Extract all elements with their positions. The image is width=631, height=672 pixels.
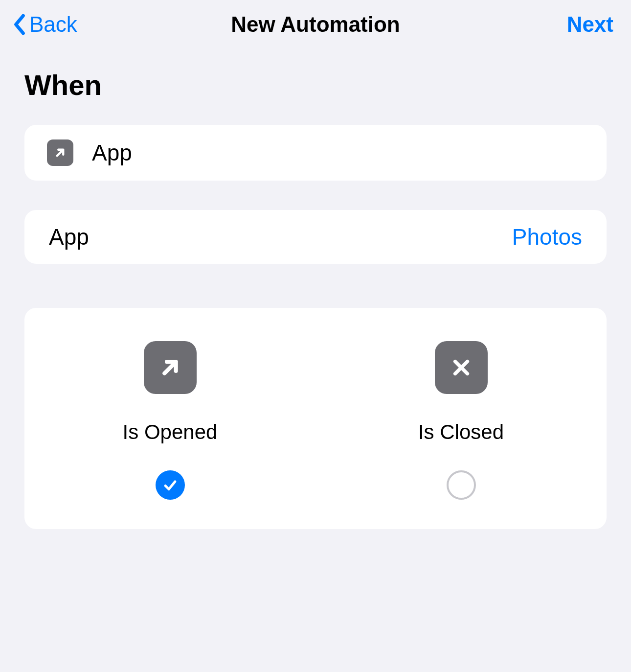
section-title: When [24,69,607,101]
option-closed-label: Is Closed [418,420,504,444]
content-area: When App App Photos Is Opened [0,49,631,529]
x-icon [435,341,488,394]
options-card: Is Opened Is Closed [24,308,607,529]
arrow-up-right-icon [144,341,197,394]
trigger-card: App [24,125,607,181]
app-select-label: App [49,224,89,250]
checkbox-closed[interactable] [447,470,476,500]
trigger-label: App [92,139,132,166]
checkbox-opened[interactable] [156,470,185,500]
navigation-bar: Back New Automation Next [0,0,631,49]
app-select-value: Photos [512,224,582,250]
trigger-row: App [24,125,607,181]
back-label: Back [29,12,77,37]
option-is-opened[interactable]: Is Opened [24,341,316,500]
back-button[interactable]: Back [13,12,77,37]
option-is-closed[interactable]: Is Closed [316,341,607,500]
app-select-row[interactable]: App Photos [24,210,607,264]
next-button[interactable]: Next [567,12,613,37]
app-open-icon [47,139,73,166]
option-opened-label: Is Opened [123,420,218,444]
page-title: New Automation [231,12,400,37]
app-select-card: App Photos [24,210,607,264]
checkmark-icon [162,477,179,493]
chevron-left-icon [13,14,26,35]
